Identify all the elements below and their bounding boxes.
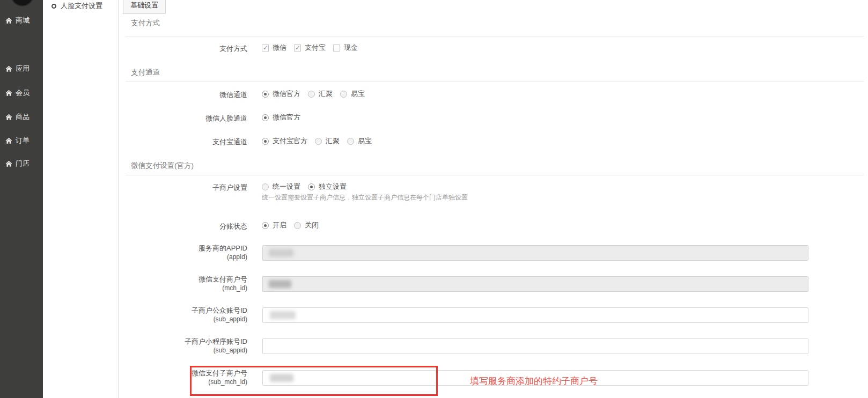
radio-option-on[interactable]: 开启 bbox=[262, 220, 286, 230]
wechat-face-channel-row-label: 微信人脸通道 bbox=[119, 114, 247, 123]
radio-icon[interactable] bbox=[262, 114, 269, 121]
radio-icon[interactable] bbox=[262, 183, 269, 190]
radio-option-huiju[interactable]: 汇聚 bbox=[308, 89, 333, 99]
field-label-line2: (sub_appid) bbox=[119, 346, 247, 355]
radio-icon[interactable] bbox=[308, 91, 315, 98]
sidebar-item-members[interactable]: 会员 bbox=[0, 88, 43, 98]
submenu-item-face-pay-settings[interactable]: 人脸支付设置 bbox=[43, 0, 118, 11]
checkbox-option-alipay[interactable]: 支付宝 bbox=[294, 43, 326, 53]
section-title-payment-method: 支付方式 bbox=[131, 18, 160, 28]
radio-label[interactable]: 关闭 bbox=[305, 220, 319, 230]
sidebar-item-label: 门店 bbox=[16, 159, 30, 168]
appid-input[interactable] bbox=[262, 245, 808, 261]
wechat-channel-row-label: 微信通道 bbox=[119, 90, 247, 100]
checkbox-option-wechat[interactable]: 微信 bbox=[262, 43, 286, 53]
radio-option-off[interactable]: 关闭 bbox=[294, 220, 319, 230]
divider bbox=[126, 81, 864, 82]
field-label-line1: 子商户小程序账号ID bbox=[119, 337, 247, 346]
radio-icon[interactable] bbox=[262, 222, 269, 229]
tab-basic-settings[interactable]: 基础设置 bbox=[123, 0, 166, 14]
sidebar-item-apps[interactable]: 应用 bbox=[0, 64, 43, 73]
sidebar-item-label: 应用 bbox=[16, 64, 30, 73]
field-label-line1: 服务商的APPID bbox=[119, 244, 247, 253]
annotation-text: 填写服务商添加的特约子商户号 bbox=[470, 375, 598, 387]
radio-label[interactable]: 微信官方 bbox=[273, 113, 300, 122]
radio-option-huiju[interactable]: 汇聚 bbox=[315, 136, 340, 146]
radio-icon[interactable] bbox=[340, 91, 347, 98]
radio-label[interactable]: 独立设置 bbox=[319, 182, 347, 191]
checkbox-label[interactable]: 支付宝 bbox=[305, 43, 326, 53]
radio-option-alipay-official[interactable]: 支付宝官方 bbox=[262, 136, 307, 146]
divider bbox=[126, 36, 864, 36]
radio-option-yibao[interactable]: 易宝 bbox=[347, 136, 372, 146]
sidebar-item-stores[interactable]: 门店 bbox=[0, 159, 43, 168]
checkbox-label[interactable]: 微信 bbox=[273, 43, 286, 53]
alipay-channel-radio-group: 支付宝官方 汇聚 易宝 bbox=[262, 136, 372, 146]
radio-icon[interactable] bbox=[308, 183, 315, 190]
checkbox-icon[interactable] bbox=[262, 45, 269, 51]
mch-id-input[interactable] bbox=[262, 276, 808, 292]
sidebar-item-label: 商城 bbox=[16, 16, 30, 25]
radio-label[interactable]: 汇聚 bbox=[319, 89, 333, 99]
checkbox-icon[interactable] bbox=[294, 45, 301, 51]
radio-icon[interactable] bbox=[262, 138, 269, 145]
sub-merchant-help-text: 统一设置需要设置子商户信息，独立设置子商户信息在每个门店单独设置 bbox=[262, 193, 468, 202]
sidebar-item-label: 会员 bbox=[16, 88, 30, 98]
secondary-sidebar: 人脸支付设置 bbox=[43, 0, 119, 398]
radio-label[interactable]: 汇聚 bbox=[326, 136, 340, 146]
checkbox-label[interactable]: 现金 bbox=[344, 43, 358, 53]
home-icon bbox=[5, 160, 12, 167]
field-label-line1: 微信支付商户号 bbox=[119, 275, 247, 284]
radio-option-wechat-official[interactable]: 微信官方 bbox=[262, 89, 300, 99]
section-title-payment-channels: 支付通道 bbox=[131, 68, 160, 77]
home-icon bbox=[5, 90, 12, 97]
sidebar-item-mall[interactable]: 商城 bbox=[0, 16, 43, 25]
payment-method-row-label: 支付方式 bbox=[119, 44, 247, 54]
sidebar-item-orders[interactable]: 订单 bbox=[0, 136, 43, 145]
sub-merchant-radio-group: 统一设置 独立设置 bbox=[262, 182, 347, 191]
appid-field-label: 服务商的APPID (appId) bbox=[119, 244, 247, 261]
blurred-value bbox=[269, 280, 291, 288]
radio-icon[interactable] bbox=[262, 91, 269, 98]
circle-bullet-icon bbox=[52, 4, 56, 9]
mini-program-sub-appid-input[interactable] bbox=[262, 338, 808, 354]
split-status-radio-group: 开启 关闭 bbox=[262, 220, 319, 230]
submenu-item-label: 人脸支付设置 bbox=[61, 1, 102, 11]
sub-mch-id-field-label: 微信支付子商户号 (sub_mch_id) bbox=[119, 369, 247, 386]
field-label-line2: (sub_mch_id) bbox=[119, 378, 247, 386]
radio-option-unified-setting[interactable]: 统一设置 bbox=[262, 182, 300, 191]
alipay-channel-row-label: 支付宝通道 bbox=[119, 137, 247, 147]
radio-option-yibao[interactable]: 易宝 bbox=[340, 89, 365, 99]
blurred-value bbox=[269, 249, 293, 257]
sidebar-item-goods[interactable]: 商品 bbox=[0, 112, 43, 122]
checkbox-icon[interactable] bbox=[333, 45, 340, 51]
field-label-line2: (appId) bbox=[119, 253, 247, 261]
checkbox-option-cash[interactable]: 现金 bbox=[333, 43, 358, 53]
radio-label[interactable]: 统一设置 bbox=[273, 182, 300, 191]
radio-label[interactable]: 开启 bbox=[273, 220, 286, 230]
radio-icon[interactable] bbox=[294, 222, 301, 229]
radio-icon[interactable] bbox=[315, 138, 322, 145]
section-title-wechat-pay-settings: 微信支付设置(官方) bbox=[131, 161, 194, 171]
radio-label[interactable]: 易宝 bbox=[351, 89, 365, 99]
app-logo[interactable] bbox=[12, 0, 33, 5]
radio-option-wechat-official[interactable]: 微信官方 bbox=[262, 113, 300, 122]
radio-label[interactable]: 微信官方 bbox=[273, 89, 300, 99]
wechat-channel-radio-group: 微信官方 汇聚 易宝 bbox=[262, 89, 365, 99]
home-icon bbox=[5, 137, 12, 144]
primary-sidebar: 商城 应用 会员 商品 订单 门店 bbox=[0, 0, 43, 398]
sub-appid-input[interactable] bbox=[262, 307, 808, 323]
radio-icon[interactable] bbox=[347, 138, 354, 145]
radio-label[interactable]: 支付宝官方 bbox=[273, 136, 307, 146]
radio-option-independent-setting[interactable]: 独立设置 bbox=[308, 182, 347, 191]
divider bbox=[126, 175, 864, 175]
field-label-line2: (sub_appid) bbox=[119, 315, 247, 323]
home-icon bbox=[5, 114, 12, 121]
radio-label[interactable]: 易宝 bbox=[358, 136, 372, 146]
sidebar-item-label: 商品 bbox=[16, 112, 30, 122]
field-label-line1: 微信支付子商户号 bbox=[119, 369, 247, 378]
blurred-value bbox=[270, 311, 296, 319]
wechat-face-channel-radio-group: 微信官方 bbox=[262, 113, 300, 122]
payment-method-checkbox-group: 微信 支付宝 现金 bbox=[262, 43, 358, 53]
main-content: 基础设置 支付方式 支付方式 微信 支付宝 现金 支付通道 微信通道 微信官方 … bbox=[119, 0, 868, 398]
